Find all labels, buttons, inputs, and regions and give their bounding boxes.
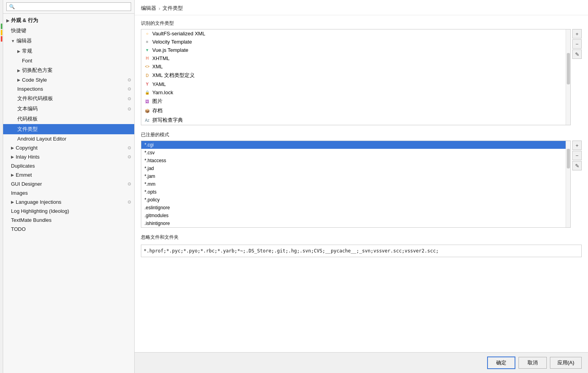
add-registered-button[interactable]: + xyxy=(572,141,582,150)
file-list-item[interactable]: 🖼 图片 xyxy=(141,97,570,106)
sidebar-item-language-injections-label: Language Injections xyxy=(16,199,61,205)
file-list-item[interactable]: 🔒 Yarn.lock xyxy=(141,88,570,97)
file-icon-spell: Az xyxy=(144,117,150,123)
sidebar-item-file-encodings[interactable]: 文本编码 ⊙ xyxy=(3,104,134,114)
registered-pattern-policy[interactable]: *.policy xyxy=(141,196,570,204)
file-icon-img: 🖼 xyxy=(144,99,150,104)
file-name-xml: XML xyxy=(152,64,163,69)
sidebar-item-todo[interactable]: TODO xyxy=(3,225,134,234)
file-icon-vaultfs: ○ xyxy=(144,31,150,37)
cancel-button[interactable]: 取消 xyxy=(519,357,547,369)
file-icon-xhtml: H xyxy=(144,56,150,61)
registered-section: 已注册的模式 *.cgi *.csv *.htaccess *.jad *.ja… xyxy=(141,132,582,228)
file-name-yarn: Yarn.lock xyxy=(152,90,173,95)
file-list-item[interactable]: ○ VaultFS-serialized XML xyxy=(141,29,570,38)
expand-arrow-inlay-hints xyxy=(11,155,14,159)
expand-arrow-code-style xyxy=(17,78,20,82)
sidebar-item-inlay-hints[interactable]: Inlay Hints ⊙ xyxy=(3,152,134,161)
apply-button[interactable]: 应用(A) xyxy=(550,357,582,369)
file-name-velocity: Velocity Template xyxy=(152,39,192,45)
sidebar-item-appearance[interactable]: 外观 & 行为 xyxy=(3,15,134,26)
expand-arrow-color-scheme xyxy=(17,68,20,73)
sidebar-item-file-templates[interactable]: 文件和代码模板 ⊙ xyxy=(3,93,134,104)
sidebar-item-emmet[interactable]: Emmet xyxy=(3,170,134,179)
registered-scrollbar xyxy=(566,141,570,227)
file-list-item[interactable]: Y YAML xyxy=(141,80,570,88)
registered-pattern-opts[interactable]: *.opts xyxy=(141,188,570,196)
breadcrumb: 编辑器 › 文件类型 xyxy=(135,0,588,15)
edit-registered-button[interactable]: ✎ xyxy=(572,161,582,170)
registered-pattern-htaccess[interactable]: *.htaccess xyxy=(141,157,570,165)
sidebar-item-color-scheme[interactable]: 切换配色方案 xyxy=(3,65,134,75)
registered-pattern-eslintignore[interactable]: .eslintignore xyxy=(141,204,570,212)
content-body: 识别的文件类型 ○ VaultFS-serialized XML ≡ Veloc… xyxy=(135,15,588,352)
file-list-item[interactable]: <> XML xyxy=(141,62,570,71)
registered-label: 已注册的模式 xyxy=(141,132,582,138)
expand-arrow-general xyxy=(17,49,20,53)
remove-recognized-button[interactable]: − xyxy=(572,39,582,49)
sidebar-item-copyright[interactable]: Copyright ⊙ xyxy=(3,143,134,152)
sidebar-item-code-style-label: Code Style xyxy=(22,77,47,83)
sidebar-item-images[interactable]: Images xyxy=(3,188,134,197)
file-list-item[interactable]: ≡ Velocity Template xyxy=(141,38,570,46)
ignore-input[interactable] xyxy=(141,245,582,257)
registered-action-buttons: + − ✎ xyxy=(572,141,582,228)
recognized-scrollbar-thumb xyxy=(567,53,570,84)
sidebar-item-live-templates[interactable]: 代码模板 xyxy=(3,114,134,124)
sidebar-item-language-injections[interactable]: Language Injections ⊙ xyxy=(3,197,134,207)
sidebar-item-android-layout[interactable]: Android Layout Editor xyxy=(3,134,134,143)
registered-pattern-csv[interactable]: *.csv xyxy=(141,149,570,157)
file-list-item[interactable]: H XHTML xyxy=(141,54,570,62)
sidebar-item-code-style[interactable]: Code Style ⊙ xyxy=(3,75,134,84)
margin-mark-green xyxy=(1,24,2,29)
registered-pattern-jad[interactable]: *.jad xyxy=(141,165,570,172)
margin-mark-yellow xyxy=(1,30,2,35)
registered-pattern-gitmodules[interactable]: .gitmodules xyxy=(141,212,570,219)
edit-recognized-button[interactable]: ✎ xyxy=(572,49,582,59)
remove-registered-button[interactable]: − xyxy=(572,151,582,160)
sidebar-item-file-types[interactable]: 文件类型 xyxy=(3,124,134,134)
sidebar-item-log-highlighting-label: Log Highlighting (Ideolog) xyxy=(11,208,69,214)
sidebar-item-gui-designer[interactable]: GUI Designer ⊙ xyxy=(3,179,134,188)
file-list-item[interactable]: D XML 文档类型定义 xyxy=(141,71,570,80)
sidebar-item-inspections[interactable]: Inspections ⊙ xyxy=(3,84,134,93)
ok-button[interactable]: 确定 xyxy=(487,357,515,369)
add-recognized-button[interactable]: + xyxy=(572,29,582,38)
sidebar-item-duplicates[interactable]: Duplicates xyxy=(3,161,134,170)
registered-pattern-mm[interactable]: *.mm xyxy=(141,180,570,188)
sidebar-item-shortcuts[interactable]: 快捷键 xyxy=(3,26,134,36)
copy-icon-copyright: ⊙ xyxy=(128,145,131,150)
margin-mark-red xyxy=(1,36,2,42)
file-list-item[interactable]: Az 拼写检查字典 xyxy=(141,115,570,125)
sidebar-item-editor-label: 编辑器 xyxy=(16,37,32,44)
sidebar-item-textmate[interactable]: TextMate Bundles xyxy=(3,216,134,225)
file-name-yaml: YAML xyxy=(152,81,166,87)
registered-pattern-jam[interactable]: *.jam xyxy=(141,172,570,180)
search-input[interactable] xyxy=(6,2,131,11)
left-margin-bar xyxy=(0,0,3,373)
sidebar-item-font[interactable]: Font xyxy=(3,56,134,65)
sidebar-item-general[interactable]: 常规 xyxy=(3,46,134,56)
sidebar-item-editor[interactable]: 编辑器 xyxy=(3,36,134,46)
file-name-vue: Vue.js Template xyxy=(152,47,188,53)
copy-icon-language-injections: ⊙ xyxy=(128,199,131,205)
sidebar-item-todo-label: TODO xyxy=(11,226,26,232)
registered-scrollbar-thumb xyxy=(567,149,570,168)
registered-pattern-ishintignore[interactable]: .ishintignore xyxy=(141,219,570,227)
sidebar-item-emmet-label: Emmet xyxy=(16,172,32,178)
file-list-item[interactable]: ▼ Vue.js Template xyxy=(141,46,570,54)
copy-icon-gui-designer: ⊙ xyxy=(128,181,131,186)
file-name-img: 图片 xyxy=(152,98,163,105)
breadcrumb-part2: 文件类型 xyxy=(163,5,183,12)
main-content: 编辑器 › 文件类型 识别的文件类型 ○ VaultFS-serialized … xyxy=(135,0,588,373)
copy-icon-inlay-hints: ⊙ xyxy=(128,154,131,159)
expand-arrow-language-injections xyxy=(11,200,14,204)
sidebar-item-log-highlighting[interactable]: Log Highlighting (Ideolog) xyxy=(3,207,134,216)
sidebar-item-textmate-label: TextMate Bundles xyxy=(11,217,51,223)
file-icon-yaml: Y xyxy=(144,82,150,87)
recognized-label: 识别的文件类型 xyxy=(141,20,582,27)
file-list-item[interactable]: 📦 存档 xyxy=(141,106,570,115)
sidebar-item-inlay-hints-label: Inlay Hints xyxy=(16,154,40,160)
expand-arrow-appearance xyxy=(6,18,9,23)
registered-pattern-cgi[interactable]: *.cgi xyxy=(141,141,570,149)
